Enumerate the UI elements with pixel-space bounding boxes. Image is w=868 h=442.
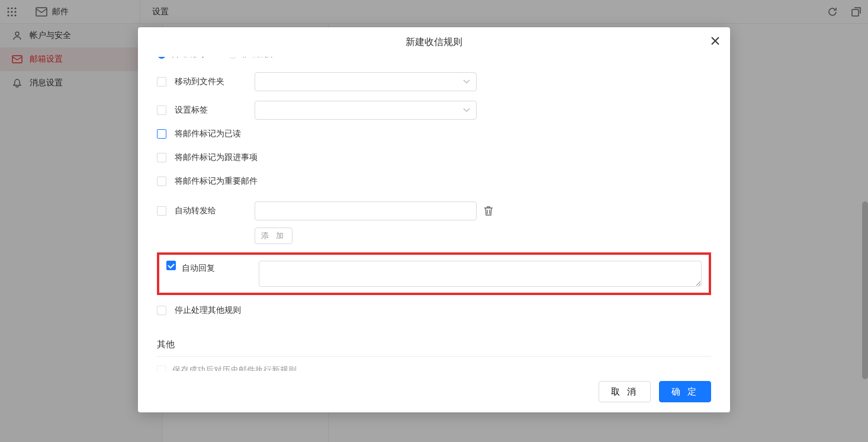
section-other-title: 其他 bbox=[157, 339, 711, 355]
checkbox-mark-read[interactable] bbox=[157, 129, 166, 139]
textarea-auto-reply[interactable] bbox=[259, 261, 702, 287]
select-set-tag[interactable] bbox=[255, 101, 477, 120]
label-auto-reply: 自动回复 bbox=[182, 261, 253, 274]
row-set-tag: 设置标签 bbox=[157, 98, 711, 122]
modal-body: 普通规则 彻底删除 移动到文件夹 bbox=[138, 57, 730, 371]
row-auto-forward: 自动转发给 bbox=[157, 199, 711, 223]
row-move-folder: 移动到文件夹 bbox=[157, 70, 711, 94]
select-move-folder[interactable] bbox=[255, 72, 477, 91]
row-apply-history: 保存成功后对历史邮件执行新规则 bbox=[157, 365, 711, 371]
row-mark-read: 将邮件标记为已读 bbox=[157, 122, 711, 146]
radio-label: 普通规则 bbox=[171, 57, 204, 59]
modal-title: 新建收信规则 bbox=[406, 36, 462, 49]
radio-normal-rule[interactable]: 普通规则 bbox=[157, 57, 204, 59]
input-auto-forward[interactable] bbox=[255, 201, 477, 220]
label-mark-read: 将邮件标记为已读 bbox=[175, 129, 241, 139]
checkbox-mark-follow[interactable] bbox=[157, 153, 166, 162]
label-move-folder: 移动到文件夹 bbox=[175, 76, 255, 87]
radio-selected-icon bbox=[157, 57, 166, 59]
radio-unselected-icon bbox=[228, 57, 237, 59]
chevron-down-icon bbox=[463, 79, 470, 84]
row-mark-follow: 将邮件标记为跟进事项 bbox=[157, 146, 711, 169]
checkbox-apply-history[interactable] bbox=[157, 366, 166, 371]
label-stop-other: 停止处理其他规则 bbox=[175, 305, 241, 316]
modal-footer: 取 消 确 定 bbox=[138, 371, 730, 412]
checkbox-auto-forward[interactable] bbox=[157, 206, 166, 216]
label-mark-follow: 将邮件标记为跟进事项 bbox=[175, 152, 258, 163]
modal-header: 新建收信规则 bbox=[138, 27, 730, 57]
add-forward-button[interactable]: 添 加 bbox=[255, 228, 292, 244]
checkbox-mark-important[interactable] bbox=[157, 177, 166, 186]
rule-type-radios: 普通规则 彻底删除 bbox=[157, 57, 711, 60]
divider bbox=[157, 356, 711, 357]
checkbox-auto-reply[interactable] bbox=[166, 261, 176, 270]
label-mark-important: 将邮件标记为重要邮件 bbox=[175, 176, 258, 187]
label-apply-history: 保存成功后对历史邮件执行新规则 bbox=[172, 365, 297, 371]
label-auto-forward: 自动转发给 bbox=[175, 206, 255, 216]
radio-delete-forever[interactable]: 彻底删除 bbox=[228, 57, 275, 59]
row-stop-other: 停止处理其他规则 bbox=[157, 299, 711, 322]
checkbox-stop-other[interactable] bbox=[157, 306, 166, 315]
trash-icon[interactable] bbox=[484, 206, 493, 216]
checkbox-move-folder[interactable] bbox=[157, 77, 166, 87]
row-mark-important: 将邮件标记为重要邮件 bbox=[157, 169, 711, 193]
label-set-tag: 设置标签 bbox=[175, 105, 255, 116]
ok-button[interactable]: 确 定 bbox=[659, 381, 711, 402]
radio-label: 彻底删除 bbox=[242, 57, 275, 59]
chevron-down-icon bbox=[463, 108, 470, 113]
close-icon[interactable] bbox=[710, 36, 721, 46]
modal: 新建收信规则 普通规则 彻底删除 bbox=[138, 27, 730, 412]
modal-overlay: 新建收信规则 普通规则 彻底删除 bbox=[0, 0, 868, 442]
cancel-button[interactable]: 取 消 bbox=[599, 381, 651, 402]
row-auto-reply: 自动回复 bbox=[157, 252, 711, 295]
checkbox-set-tag[interactable] bbox=[157, 105, 166, 115]
